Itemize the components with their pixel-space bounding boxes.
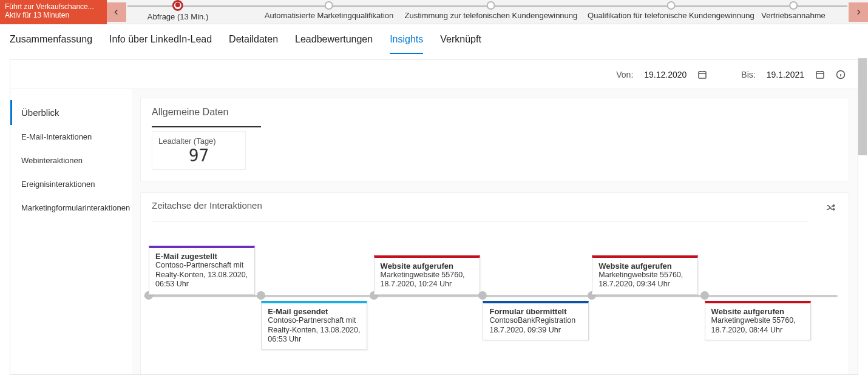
leftnav-item[interactable]: Webinteraktionen: [10, 149, 132, 172]
leftnav-item[interactable]: Überblick: [10, 100, 132, 125]
tab-insights[interactable]: Insights: [390, 32, 423, 54]
lead-age-kpi: Leadalter (Tage) 97: [152, 131, 246, 170]
kpi-label: Leadalter (Tage): [158, 136, 239, 146]
shuffle-icon[interactable]: [826, 203, 835, 214]
timeline-event-card[interactable]: Website aufgerufenMarketingwebsite 55760…: [374, 255, 480, 295]
insights-content: Allgemeine Daten Leadalter (Tage) 97 Zei…: [132, 89, 858, 374]
heading-underline: [152, 126, 261, 127]
date-to-label: Bis:: [741, 70, 755, 79]
info-icon[interactable]: [836, 70, 846, 79]
date-from-value[interactable]: 19.12.2020: [644, 70, 687, 79]
date-to-value[interactable]: 19.1.2021: [767, 70, 804, 79]
insights-left-nav: ÜberblickE-Mail-InteraktionenWebinterakt…: [10, 89, 132, 374]
timeline-node[interactable]: [257, 291, 265, 300]
stage-label: Automatisierte Marketingqualifikation: [265, 11, 393, 20]
stage-dot-icon: [789, 1, 798, 10]
timeline-event-card[interactable]: E-Mail zugestelltContoso-Partnerschaft m…: [149, 246, 255, 295]
event-title: Formular übermittelt: [489, 307, 582, 316]
insights-panel: Von: 19.12.2020 Bis: 19.1.2021 Überblick…: [10, 59, 858, 375]
general-data-card: Allgemeine Daten Leadalter (Tage) 97: [140, 98, 849, 181]
bpf-stage[interactable]: Qualifikation für telefonische Kundengew…: [588, 0, 754, 20]
tab-verkn-pft[interactable]: Verknüpft: [440, 32, 481, 54]
interaction-timeline-card: Zeitachse der Interaktionen E-Mail zuges…: [140, 192, 849, 374]
timeline-track: E-Mail zugestelltContoso-Partnerschaft m…: [144, 234, 838, 368]
bpf-active-stage-flag[interactable]: Führt zur Verkaufschance... Aktiv für 13…: [0, 0, 107, 24]
event-desc: ContosoBankRegistration 18.7.2020, 09:39…: [489, 316, 582, 335]
timeline-event-card[interactable]: E-Mail gesendetContoso-Partnerschaft mit…: [261, 301, 367, 350]
tab-leadbewertungen[interactable]: Leadbewertungen: [295, 32, 373, 54]
leftnav-item[interactable]: E-Mail-Interaktionen: [10, 125, 132, 149]
date-range-bar: Von: 19.12.2020 Bis: 19.1.2021: [10, 60, 858, 89]
record-tabs: ZusammenfassungInfo über LinkedIn-LeadDe…: [0, 24, 868, 55]
timeline-event-card[interactable]: Website aufgerufenMarketingwebsite 55760…: [592, 255, 698, 295]
stage-dot-icon: [487, 1, 495, 10]
tab-info-ber-linkedin-lead[interactable]: Info über LinkedIn-Lead: [109, 32, 212, 54]
stage-label: Abfrage (13 Min.): [147, 12, 208, 21]
business-process-flow: Führt zur Verkaufschance... Aktiv für 13…: [0, 0, 868, 24]
tab-zusammenfassung[interactable]: Zusammenfassung: [10, 32, 92, 54]
event-desc: Marketingwebsite 55760, 18.7.2020, 09:34…: [598, 271, 691, 289]
date-from-label: Von:: [616, 70, 633, 79]
leftnav-item[interactable]: Ereignisinteraktionen: [10, 172, 132, 196]
stage-dot-icon: [172, 0, 183, 11]
event-desc: Marketingwebsite 55760, 18.7.2020, 10:24…: [381, 271, 473, 289]
bpf-flag-title: Führt zur Verkaufschance...: [5, 2, 102, 11]
timeline-event-card[interactable]: Website aufgerufenMarketingwebsite 55760…: [705, 301, 811, 340]
leftnav-item[interactable]: Marketingformularinteraktionen: [10, 196, 132, 220]
timeline-heading: Zeitachse der Interaktionen: [152, 200, 807, 222]
event-desc: Contoso-Partnerschaft mit Realty-Konten,…: [155, 261, 248, 289]
stage-label: Zustimmung zur telefonischen Kundengewin…: [405, 11, 578, 20]
stage-label: Vertriebsannahme: [761, 11, 826, 20]
event-title: Website aufgerufen: [598, 261, 691, 271]
stage-dot-icon: [325, 1, 333, 10]
svg-rect-0: [699, 72, 706, 78]
bpf-prev-button[interactable]: [107, 2, 126, 22]
svg-rect-1: [816, 72, 824, 78]
bpf-stage[interactable]: Vertriebsannahme: [761, 0, 826, 20]
timeline-axis: [144, 295, 838, 297]
event-title: Website aufgerufen: [711, 307, 804, 316]
bpf-stage-track: Abfrage (13 Min.)Automatisierte Marketin…: [127, 0, 847, 24]
timeline-node[interactable]: [478, 291, 487, 300]
event-desc: Contoso-Partnerschaft mit Realty-Konten,…: [268, 316, 361, 345]
bpf-next-button[interactable]: [849, 2, 868, 22]
event-title: E-Mail zugestellt: [155, 252, 248, 261]
vertical-scrollbar[interactable]: [858, 58, 867, 374]
bpf-stage[interactable]: Automatisierte Marketingqualifikation: [265, 0, 393, 20]
event-title: E-Mail gesendet: [268, 307, 361, 316]
timeline-node[interactable]: [700, 291, 709, 300]
bpf-flag-duration: Aktiv für 13 Minuten: [5, 11, 102, 19]
stage-dot-icon: [666, 1, 675, 10]
bpf-stage[interactable]: Abfrage (13 Min.): [147, 0, 208, 21]
event-title: Website aufgerufen: [381, 261, 473, 271]
tab-detaildaten[interactable]: Detaildaten: [229, 32, 278, 54]
calendar-icon[interactable]: [815, 70, 825, 79]
calendar-icon[interactable]: [697, 70, 707, 79]
general-data-heading: Allgemeine Daten: [152, 107, 838, 118]
event-desc: Marketingwebsite 55760, 18.7.2020, 08:44…: [711, 316, 804, 335]
timeline-event-card[interactable]: Formular übermitteltContosoBankRegistrat…: [483, 301, 589, 340]
bpf-stage[interactable]: Zustimmung zur telefonischen Kundengewin…: [405, 0, 578, 20]
stage-label: Qualifikation für telefonische Kundengew…: [588, 11, 754, 20]
kpi-value: 97: [158, 146, 239, 166]
